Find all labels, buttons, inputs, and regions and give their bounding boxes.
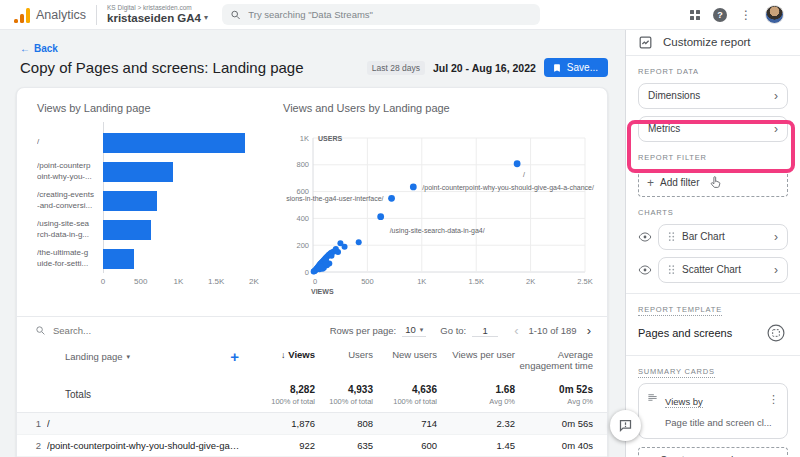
bar-axis-tick: 1K (174, 277, 184, 286)
summary-card-icon (647, 392, 658, 403)
bar-segment[interactable] (103, 162, 173, 182)
bar-chart-title: Views by Landing page (37, 102, 269, 114)
bar-segment[interactable] (103, 249, 134, 269)
more-vert-icon[interactable]: ⋮ (768, 390, 779, 406)
scatter-chart-item[interactable]: Scatter Chart › (658, 257, 788, 283)
scatter-point[interactable] (356, 239, 362, 245)
svg-text:400: 400 (296, 214, 309, 223)
table-search-input[interactable] (53, 325, 163, 336)
section-label-charts: CHARTS (638, 208, 788, 217)
create-new-card-button[interactable]: + Create new card (638, 447, 788, 457)
section-label-report-template: REPORT TEMPLATE (638, 305, 722, 316)
metrics-item[interactable]: Metrics › (638, 116, 788, 142)
apps-grid-icon[interactable] (690, 10, 700, 20)
chevron-down-icon: ▾ (420, 326, 424, 334)
back-arrow-icon: ← (20, 43, 30, 54)
search-icon (230, 9, 241, 21)
scatter-point[interactable] (377, 213, 384, 220)
add-filter-button[interactable]: + Add filter (638, 169, 788, 197)
customize-panel: Customize report REPORT DATA Dimensions … (625, 30, 800, 457)
next-page-icon[interactable]: › (585, 323, 593, 338)
plus-icon: + (647, 454, 654, 457)
users-column-header[interactable]: Users (315, 349, 373, 360)
global-search-input[interactable] (248, 9, 532, 20)
scatter-point-label: / (523, 171, 525, 178)
svg-text:0: 0 (313, 277, 317, 286)
svg-text:1.5K: 1.5K (468, 277, 483, 286)
pointer-hand-icon (709, 176, 722, 189)
bar-row: /point-counterp oint-why-you-... (37, 157, 269, 186)
drag-handle-icon[interactable] (668, 231, 675, 242)
global-search[interactable] (222, 4, 540, 25)
date-range[interactable]: Jul 20 - Aug 16, 2022 (433, 62, 536, 74)
summary-card-item[interactable]: Views by Page title and screen cl... ⋮ (638, 383, 788, 439)
scatter-point[interactable] (388, 195, 395, 202)
avg-engagement-column-header[interactable]: Average engagement time (515, 349, 607, 371)
header-divider (96, 5, 97, 25)
customize-panel-title: Customize report (663, 36, 751, 48)
bar-chart-item[interactable]: Bar Chart › (658, 224, 788, 250)
scatter-point[interactable] (311, 269, 317, 275)
bar-category-label: /the-ultimate-g uide-for-setti... (37, 248, 103, 269)
scatter-point[interactable] (318, 264, 324, 270)
chevron-right-icon: › (774, 123, 778, 135)
bar-segment[interactable] (103, 133, 245, 153)
visibility-eye-icon[interactable] (638, 230, 652, 244)
plus-icon: + (647, 176, 654, 190)
svg-text:1K: 1K (300, 134, 309, 143)
scatter-chart-title: Views and Users by Landing page (283, 102, 587, 114)
bar-row: / (37, 128, 269, 157)
analytics-home-link[interactable]: Analytics (10, 7, 86, 23)
account-breadcrumb: KS Digital > kristaseiden.com (107, 5, 208, 12)
table-row[interactable]: 1 / 1,876 808 714 2.32 0m 56s (17, 413, 607, 435)
views-column-header[interactable]: ↓ Views (251, 349, 315, 360)
table-row[interactable]: 2 /point-counterpoint-why-you-should-giv… (17, 435, 607, 457)
dimension-column-header[interactable]: Landing page ▾ (65, 351, 130, 362)
scatter-chart-canvas: 02004006008001K05001K1.5K2K2.5KUSERSVIEW… (283, 126, 595, 306)
bar-chart-rows: //point-counterp oint-why-you-.../creati… (37, 128, 269, 273)
svg-text:0: 0 (305, 268, 309, 277)
scatter-point[interactable] (514, 160, 521, 167)
change-template-button[interactable] (764, 321, 788, 345)
search-icon (35, 325, 46, 336)
property-selector[interactable]: KS Digital > kristaseiden.com kristaseid… (107, 5, 208, 24)
scatter-point[interactable] (410, 184, 417, 191)
prev-page-icon[interactable]: ‹ (512, 323, 520, 338)
swap-template-icon (766, 323, 786, 343)
property-name: kristaseiden GA4 (107, 12, 201, 24)
bar-axis-tick: 500 (134, 277, 147, 286)
goto-page-input[interactable] (472, 325, 498, 337)
bar-row: /the-ultimate-g uide-for-setti... (37, 244, 269, 273)
save-button[interactable]: Save... (544, 58, 608, 77)
table-search[interactable] (35, 325, 163, 336)
views-per-user-column-header[interactable]: Views per user (437, 349, 515, 360)
rows-per-page-select[interactable]: 10 ▾ (402, 324, 426, 337)
analytics-logo-icon (14, 7, 30, 23)
bar-axis-tick: 1.5K (208, 277, 224, 286)
visibility-eye-icon[interactable] (638, 263, 652, 277)
feedback-icon (618, 418, 633, 433)
more-vert-icon[interactable]: ⋮ (740, 8, 752, 22)
date-preset-chip[interactable]: Last 28 days (367, 61, 425, 75)
back-button[interactable]: ← Back (20, 43, 58, 54)
drag-handle-icon[interactable] (668, 264, 675, 275)
svg-text:200: 200 (296, 241, 309, 250)
svg-text:800: 800 (296, 160, 309, 169)
bar-chart-xaxis: 05001K1.5K2K (103, 273, 269, 287)
help-icon[interactable]: ? (713, 8, 727, 22)
report-table: Rows per page: 10 ▾ Go to: ‹ 1-10 of 189… (17, 316, 607, 457)
table-header-row: Landing page ▾ + ↓ Views Users New users… (17, 344, 607, 378)
dimensions-item[interactable]: Dimensions › (638, 83, 788, 109)
svg-text:500: 500 (361, 277, 374, 286)
avatar[interactable] (765, 5, 784, 24)
scatter-point[interactable] (335, 249, 341, 255)
scatter-point[interactable] (328, 253, 334, 259)
bar-segment[interactable] (103, 191, 157, 211)
new-users-column-header[interactable]: New users (373, 349, 437, 360)
bar-segment[interactable] (103, 220, 151, 240)
scatter-point[interactable] (342, 244, 348, 250)
bar-chart: //point-counterp oint-why-you-.../creati… (37, 128, 269, 287)
add-dimension-icon[interactable]: + (230, 349, 243, 364)
feedback-button[interactable] (610, 410, 641, 441)
scatter-point[interactable] (323, 257, 329, 263)
